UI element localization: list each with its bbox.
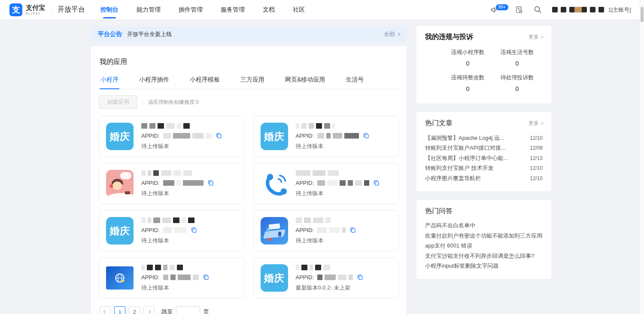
announcement-text[interactable]: 开放平台全新上线 bbox=[127, 30, 384, 38]
illustration-app-icon bbox=[106, 170, 134, 197]
nav-item-service[interactable]: 服务管理 bbox=[221, 0, 245, 20]
wedding-app-icon: 婚庆 bbox=[261, 264, 288, 292]
account-redacted-block bbox=[552, 7, 558, 12]
appid-redacted bbox=[163, 133, 212, 139]
violations-more-link[interactable]: 更多 bbox=[529, 33, 543, 41]
app-card[interactable]: APPID:待上传版本 bbox=[99, 163, 245, 204]
copy-icon[interactable] bbox=[203, 274, 209, 280]
app-status: 待上传版本 bbox=[296, 142, 392, 150]
nav-item-docs[interactable]: 文档 bbox=[263, 0, 275, 20]
article-title: 小程序图片覆盖导航栏 bbox=[425, 175, 481, 182]
scrollbar-thumb[interactable] bbox=[641, 7, 644, 22]
page-button-2[interactable]: 2 bbox=[129, 306, 140, 314]
my-apps-title: 我的应用 bbox=[100, 57, 399, 66]
app-card[interactable]: APPID:待上传版本 bbox=[253, 163, 399, 204]
alipay-logo[interactable]: 支 支付宝 ALIPAY 开放平台 bbox=[9, 3, 85, 16]
nav-right: 99+ 1[主账号] bbox=[490, 6, 631, 14]
chevron-right-icon bbox=[540, 122, 543, 125]
articles-panel: 热门文章 更多 【漏洞预警】Apache Log4j 远...12/10转账到支… bbox=[416, 112, 551, 191]
app-card[interactable]: 婚庆APPID:待上传版本 bbox=[253, 116, 399, 157]
wedding-app-icon: 婚庆 bbox=[261, 123, 288, 150]
appid-redacted bbox=[317, 180, 369, 186]
stat-value: 0 bbox=[492, 60, 542, 67]
logo-divider bbox=[51, 6, 52, 14]
wedding-app-icon: 婚庆 bbox=[106, 217, 134, 245]
copy-icon[interactable] bbox=[191, 227, 197, 233]
article-item[interactable]: 转账到支付宝账户API接口对接...12/09 bbox=[425, 143, 543, 154]
notifications-button[interactable]: 99+ bbox=[490, 6, 504, 14]
violation-stat: 违规生活号数0 bbox=[492, 48, 542, 67]
copy-icon[interactable] bbox=[350, 227, 356, 233]
prev-page-button[interactable] bbox=[100, 306, 111, 314]
stat-label: 违规生活号数 bbox=[492, 48, 542, 56]
stat-label: 违规小程序数 bbox=[443, 48, 492, 56]
qa-item[interactable]: app支付 6001 错误 bbox=[425, 241, 543, 251]
app-name-redacted bbox=[296, 123, 392, 129]
appid-label: APPID: bbox=[296, 180, 314, 186]
copy-icon[interactable] bbox=[357, 274, 363, 280]
violation-stat: 违规小程序数0 bbox=[443, 48, 492, 67]
qa-panel: 热门问答 产品码不在白名单中批量付款到户有密这个功能不能添加到三方应用吗?app… bbox=[416, 200, 551, 279]
appid-label: APPID: bbox=[141, 180, 160, 186]
qa-item[interactable]: 小程序input标签删除文字问题 bbox=[425, 261, 543, 272]
copy-icon[interactable] bbox=[208, 180, 214, 186]
article-title: 转账到支付宝账户API接口对接... bbox=[425, 144, 506, 152]
page-button-1[interactable]: 1 bbox=[114, 306, 125, 314]
app-name-redacted bbox=[296, 170, 392, 176]
copy-icon[interactable] bbox=[363, 133, 369, 139]
announcement-banner: 平台公告 开放平台全新上线 全部 bbox=[91, 27, 407, 42]
page-buttons: 12 bbox=[114, 306, 140, 314]
article-item[interactable]: 小程序图片覆盖导航栏12/10 bbox=[425, 173, 543, 184]
copy-icon[interactable] bbox=[374, 180, 380, 186]
qa-item[interactable]: 批量付款到户有密这个功能不能添加到三方应用吗? bbox=[425, 231, 543, 241]
phone-app-icon bbox=[261, 170, 288, 197]
next-page-button[interactable] bbox=[143, 306, 155, 314]
create-app-button[interactable]: 创建应用 bbox=[99, 95, 137, 109]
tab-third-party[interactable]: 三方应用 bbox=[240, 73, 265, 89]
alipay-logo-icon: 支 bbox=[9, 3, 22, 16]
page-scrollbar bbox=[640, 0, 644, 314]
stat-value: 0 bbox=[443, 85, 492, 92]
announcement-all-link[interactable]: 全部 bbox=[384, 30, 400, 38]
form-record-icon[interactable] bbox=[515, 6, 523, 14]
qa-item[interactable]: 产品码不在白名单中 bbox=[425, 221, 543, 231]
article-item[interactable]: 【社区每周】小程序订单中心能...12/13 bbox=[425, 153, 543, 163]
article-date: 12/10 bbox=[530, 135, 543, 141]
appid-redacted bbox=[317, 133, 359, 139]
jump-page-input[interactable] bbox=[176, 306, 200, 314]
tab-miniapp[interactable]: 小程序 bbox=[100, 73, 119, 89]
pagination: 12 跳至 页 bbox=[99, 306, 399, 314]
stat-label: 违规待整改数 bbox=[443, 74, 492, 82]
nav-item-capability[interactable]: 能力管理 bbox=[137, 0, 161, 20]
account-menu[interactable]: 1[主账号] bbox=[552, 6, 631, 14]
copy-icon[interactable] bbox=[216, 133, 222, 139]
qa-item[interactable]: 支付宝沙箱支付收不到异步回调是怎么回事? bbox=[425, 251, 543, 261]
tab-plugin[interactable]: 小程序插件 bbox=[138, 73, 170, 89]
tab-template[interactable]: 小程序模板 bbox=[189, 73, 221, 89]
app-card[interactable]: 婚庆APPID:最新版本0.0.2- 未上架 bbox=[253, 257, 399, 299]
article-item[interactable]: 【漏洞预警】Apache Log4j 远...12/10 bbox=[425, 133, 543, 143]
article-date: 12/10 bbox=[530, 175, 543, 181]
chevron-right-icon bbox=[540, 36, 543, 39]
tab-lifestyle[interactable]: 生活号 bbox=[345, 73, 365, 89]
tab-web-mobile[interactable]: 网页&移动应用 bbox=[284, 73, 326, 89]
article-item[interactable]: 转账到支付宝账户 技术开发12/10 bbox=[425, 163, 543, 174]
nav-item-console[interactable]: 控制台 bbox=[100, 0, 118, 20]
app-name-redacted bbox=[296, 217, 392, 223]
nav-item-community[interactable]: 社区 bbox=[293, 0, 305, 20]
app-status: 待上传版本 bbox=[141, 284, 237, 292]
app-name-redacted bbox=[141, 123, 237, 129]
all-link-label: 全部 bbox=[384, 30, 395, 38]
search-icon[interactable] bbox=[534, 6, 542, 14]
wedding-app-icon: 婚庆 bbox=[106, 123, 134, 150]
app-card[interactable]: 婚庆APPID:待上传版本 bbox=[99, 210, 245, 251]
nav-item-plugin[interactable]: 插件管理 bbox=[179, 0, 203, 20]
app-card[interactable]: APPID:待上传版本 bbox=[253, 210, 399, 251]
app-card[interactable]: APPID:待上传版本 bbox=[99, 257, 245, 299]
articles-title: 热门文章 bbox=[425, 119, 453, 128]
logo-cn-label: 支付宝 bbox=[26, 4, 45, 11]
app-card[interactable]: 婚庆APPID:待上传版本 bbox=[99, 116, 245, 157]
articles-more-link[interactable]: 更多 bbox=[529, 120, 543, 127]
chevron-right-icon bbox=[397, 33, 400, 36]
jump-to-label: 跳至 bbox=[161, 308, 173, 314]
